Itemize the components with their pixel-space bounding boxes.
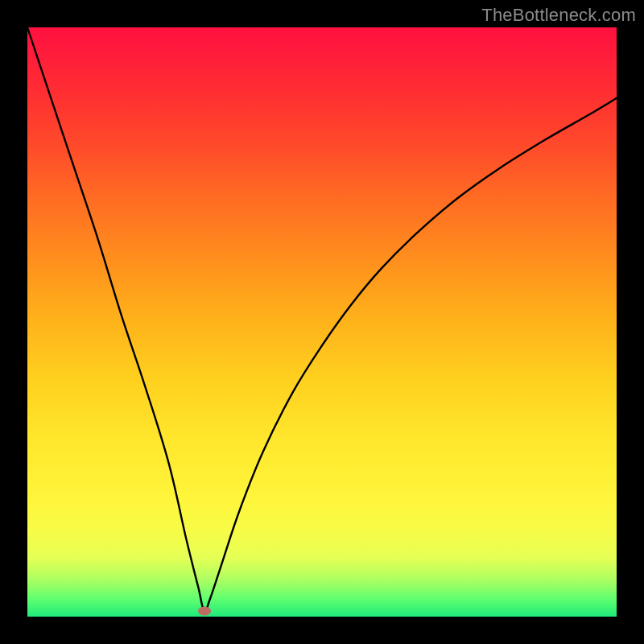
plot-area bbox=[27, 27, 617, 617]
chart-frame: TheBottleneck.com bbox=[0, 0, 644, 644]
min-marker bbox=[198, 606, 211, 615]
bottleneck-curve bbox=[27, 27, 617, 617]
watermark-text: TheBottleneck.com bbox=[481, 5, 636, 26]
